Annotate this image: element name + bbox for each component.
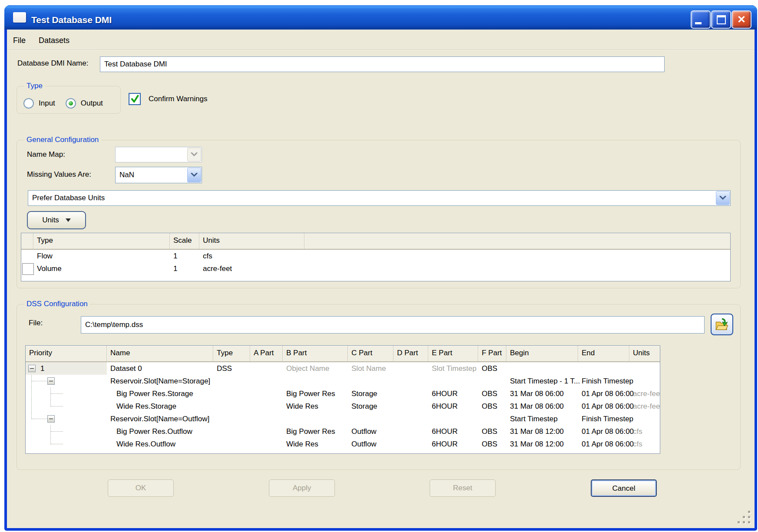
table-cell: Flow [33, 250, 170, 262]
table-cell: 01 Apr 08 06:00 [578, 438, 629, 450]
tree-cell [26, 425, 107, 438]
column-header[interactable]: F Part [478, 346, 506, 361]
name-map-dropdown-icon [187, 148, 201, 162]
table-cell [213, 400, 250, 413]
table-cell [578, 362, 629, 375]
tree-expander-icon[interactable] [28, 365, 36, 372]
maximize-button[interactable] [711, 10, 731, 29]
table-cell: 01 Apr 08 06:00 [578, 425, 629, 438]
table-cell [394, 413, 428, 425]
minimize-button[interactable] [691, 10, 711, 29]
table-row[interactable]: 1Dataset 0DSSObject NameSlot NameSlot Ti… [26, 362, 660, 375]
table-row[interactable]: Volume1acre-feet [21, 262, 730, 275]
column-header[interactable]: C Part [348, 346, 394, 361]
table-row[interactable]: Wide Res.OutflowWide ResOutflow6HOUROBS3… [26, 438, 660, 450]
dataset-name: Big Power Res.Outflow [107, 425, 213, 438]
dmi-name-input[interactable]: Test Database DMI [100, 56, 665, 72]
column-header[interactable]: Priority [26, 346, 107, 361]
units-menu-button[interactable]: Units [27, 211, 86, 229]
cancel-button[interactable]: Cancel [591, 479, 657, 497]
apply-button[interactable]: Apply [269, 479, 335, 497]
title-bar[interactable]: Test Database DMI ✕ [4, 5, 757, 30]
missing-values-dropdown-icon[interactable] [187, 168, 201, 182]
missing-values-label: Missing Values Are: [27, 170, 91, 179]
tree-expander-icon[interactable] [47, 377, 55, 385]
table-cell: 01 Apr 08 06:00 [578, 387, 629, 400]
menu-datasets[interactable]: Datasets [35, 34, 73, 47]
maximize-icon [717, 15, 726, 24]
column-header[interactable]: Scale [170, 233, 199, 249]
missing-values-combo[interactable]: NaN [115, 167, 202, 183]
table-cell [394, 438, 428, 450]
window-title: Test Database DMI [31, 12, 112, 28]
column-header[interactable]: Type [33, 233, 170, 249]
dss-dataset-table[interactable]: PriorityNameTypeA PartB PartC PartD Part… [25, 345, 660, 454]
column-header[interactable]: End [578, 346, 629, 361]
units-menu-label: Units [42, 216, 59, 225]
units-table[interactable]: TypeScaleUnitsFlow1cfsVolume1acre-feet [21, 233, 731, 281]
tree-cell [26, 375, 107, 387]
column-header[interactable]: D Part [394, 346, 428, 361]
table-cell [348, 375, 394, 387]
radio-icon [23, 98, 34, 109]
table-cell [250, 425, 283, 438]
column-header[interactable]: A Part [250, 346, 283, 361]
table-cell: cfs [629, 438, 660, 450]
dataset-name: Reservoir.Slot[Name=Storage] [107, 375, 213, 387]
tree-line [51, 431, 63, 432]
column-header[interactable] [305, 233, 731, 249]
column-header[interactable]: B Part [283, 346, 348, 361]
column-header[interactable]: Units [199, 233, 305, 249]
table-cell [348, 413, 394, 425]
radio-option-input[interactable]: Input [23, 98, 55, 109]
column-header[interactable] [21, 233, 33, 249]
column-header[interactable]: Begin [506, 346, 578, 361]
radio-option-output[interactable]: Output [66, 98, 103, 109]
table-cell [394, 425, 428, 438]
close-button[interactable]: ✕ [732, 10, 751, 29]
table-cell: Slot Timestep [428, 362, 478, 375]
column-header[interactable]: Type [213, 346, 250, 361]
general-config-caption: General Configuration [24, 135, 101, 145]
table-cell [629, 375, 660, 387]
table-row[interactable]: Big Power Res.StorageBig Power ResStorag… [26, 387, 660, 400]
app-icon [13, 12, 26, 23]
table-cell: 31 Mar 08 06:00 [506, 400, 578, 413]
table-row[interactable]: Reservoir.Slot[Name=Outflow]Start Timest… [26, 413, 660, 425]
radio-label: Output [81, 99, 103, 108]
table-cell [506, 362, 578, 375]
units-preference-combo[interactable]: Prefer Database Units [28, 190, 731, 206]
tree-line [51, 444, 63, 444]
table-row[interactable]: Big Power Res.OutflowBig Power ResOutflo… [26, 425, 660, 438]
menu-file[interactable]: File [10, 34, 29, 47]
browse-file-button[interactable] [711, 314, 733, 335]
table-cell [305, 262, 731, 275]
ok-button[interactable]: OK [108, 479, 174, 497]
tree-line [50, 400, 51, 406]
table-cell [428, 413, 478, 425]
dss-file-input[interactable]: C:\temp\temp.dss [81, 316, 705, 334]
column-header[interactable]: Name [107, 346, 213, 361]
confirm-warnings-checkbox[interactable] [129, 93, 141, 105]
table-cell: 6HOUR [428, 387, 478, 400]
close-icon: ✕ [737, 14, 746, 25]
table-row[interactable]: Flow1cfs [21, 250, 730, 262]
units-preference-dropdown-icon[interactable] [716, 191, 730, 205]
column-header[interactable]: E Part [428, 346, 478, 361]
table-cell: Outflow [348, 425, 394, 438]
reset-button[interactable]: Reset [430, 479, 496, 497]
table-row[interactable]: Reservoir.Slot[Name=Storage]Start Timest… [26, 375, 660, 387]
table-row[interactable]: Wide Res.StorageWide ResStorage6HOUROBS3… [26, 400, 660, 413]
check-icon [130, 95, 139, 103]
column-header[interactable]: Units [629, 346, 660, 361]
table-cell: Wide Res [283, 438, 348, 450]
tree-expander-icon[interactable] [47, 415, 55, 423]
table-cell: Storage [348, 387, 394, 400]
row-gutter [21, 250, 33, 262]
row-gutter [21, 262, 33, 275]
table-cell: Wide Res [283, 400, 348, 413]
table-cell [213, 387, 250, 400]
units-preference-value: Prefer Database Units [32, 194, 105, 202]
minimize-icon [695, 22, 702, 24]
dss-table-header: PriorityNameTypeA PartB PartC PartD Part… [26, 346, 660, 362]
